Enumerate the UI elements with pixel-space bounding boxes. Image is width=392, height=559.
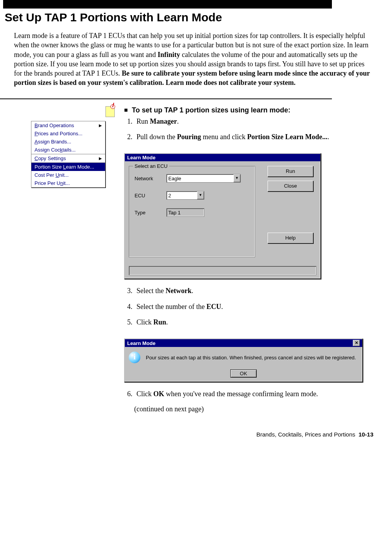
close-icon[interactable]: ✕ <box>353 340 360 346</box>
continued-note: (continued on next page) <box>134 405 363 413</box>
group-legend: Select an ECU <box>133 163 169 169</box>
submenu-arrow-icon: ▶ <box>99 156 102 160</box>
ecu-value: 2 <box>168 193 171 198</box>
menu-item-assign-brands[interactable]: Assign Brands... <box>31 138 105 146</box>
footer-section: Brands, Cocktails, Prices and Portions <box>256 431 355 438</box>
menu-item-brand-operations[interactable]: Brand Operations▶ <box>31 121 105 129</box>
network-combo[interactable]: Eagle ▼ <box>166 174 241 183</box>
step-2: Pull down the Pouring menu and click Por… <box>134 132 363 141</box>
page-title: Set Up TAP 1 Portions with Learn Mode <box>5 11 373 24</box>
step-6: Click OK when you've read the message co… <box>134 389 363 399</box>
menu-item-price-per-unit[interactable]: Price Per Unit... <box>31 179 105 187</box>
ecu-label: ECU <box>135 193 166 198</box>
help-button[interactable]: Help <box>268 233 313 243</box>
run-button[interactable]: Run <box>268 166 313 177</box>
menu-item-cost-per-unit[interactable]: Cost Per Unit... <box>31 171 105 179</box>
menu-item-copy-settings[interactable]: Copy Settings▶ <box>31 154 105 162</box>
menu-item-prices-portions[interactable]: Prices and Portions... <box>31 129 105 138</box>
procedure-steps: Click OK when you've read the message co… <box>124 389 363 399</box>
intro-bold-infinity: Infinity <box>157 51 180 59</box>
type-label: Type <box>135 210 166 216</box>
menu-item-assign-cocktails[interactable]: Assign Cocktails... <box>31 146 105 154</box>
note-icon <box>105 106 115 117</box>
dialog-titlebar[interactable]: Learn Mode <box>125 154 320 161</box>
pouring-context-menu: Brand Operations▶ Prices and Portions...… <box>31 121 105 188</box>
procedure-steps: Run Manager. Pull down the Pouring menu … <box>124 117 363 142</box>
learn-mode-dialog: Learn Mode Select an ECU Network Eagle ▼ <box>124 153 321 279</box>
chevron-down-icon[interactable]: ▼ <box>233 174 240 182</box>
procedure-heading: ■To set up TAP 1 portion sizes using lea… <box>124 106 363 114</box>
intro-paragraph: Learn mode is a feature of TAP 1 ECUs th… <box>14 31 373 88</box>
footer-page-number: 10-13 <box>359 431 373 438</box>
type-value: Tap 1 <box>168 210 181 216</box>
status-bar <box>129 266 316 275</box>
menu-item-portion-size-learn-mode[interactable]: Portion Size Learn Mode... <box>31 163 105 171</box>
dialog-titlebar[interactable]: Learn Mode ✕ <box>125 339 362 347</box>
type-field: Tap 1 <box>166 208 204 217</box>
ok-button[interactable]: OK <box>230 369 257 378</box>
message-text: Pour sizes at each tap at this station. … <box>146 355 356 361</box>
learn-mode-message-dialog: Learn Mode ✕ Pour sizes at each tap at t… <box>124 338 363 382</box>
ecu-combo[interactable]: 2 ▼ <box>166 191 204 200</box>
step-4: Select the number of the ECU. <box>134 302 363 311</box>
network-label: Network <box>135 176 166 181</box>
procedure-title-text: To set up TAP 1 portion sizes using lear… <box>132 106 290 114</box>
select-ecu-group: Select an ECU Network Eagle ▼ ECU 2 <box>129 166 255 257</box>
dialog-title: Learn Mode <box>127 155 155 160</box>
chevron-down-icon[interactable]: ▼ <box>197 192 204 199</box>
page-footer: Brands, Cocktails, Prices and Portions 1… <box>0 431 392 438</box>
section-rule <box>0 98 332 99</box>
info-icon <box>129 352 140 363</box>
page-header-bar <box>3 0 332 9</box>
network-value: Eagle <box>168 176 181 181</box>
close-button[interactable]: Close <box>268 181 313 192</box>
procedure-steps: Select the Network. Select the number of… <box>124 286 363 327</box>
submenu-arrow-icon: ▶ <box>99 123 102 128</box>
step-1: Run Manager. <box>134 117 363 126</box>
bullet-square-icon: ■ <box>124 107 132 114</box>
dialog-title: Learn Mode <box>127 340 155 346</box>
step-3: Select the Network. <box>134 286 363 295</box>
step-5: Click Run. <box>134 317 363 327</box>
